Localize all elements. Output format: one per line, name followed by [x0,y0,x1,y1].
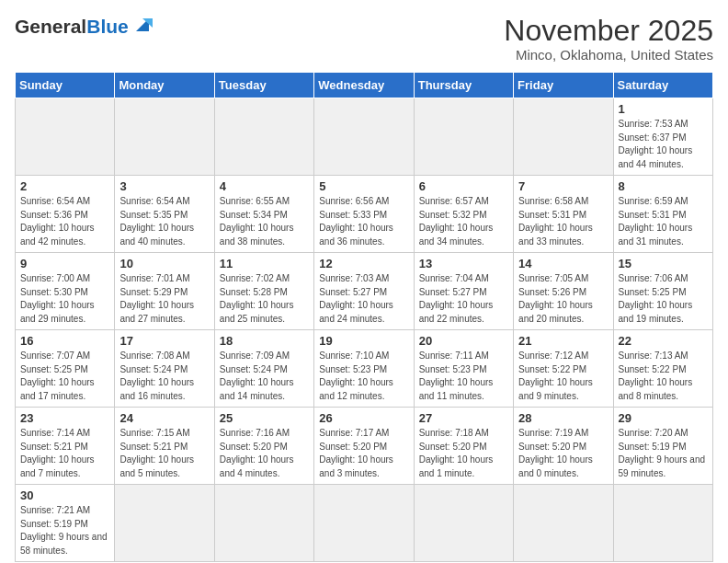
calendar-cell: 8Sunrise: 6:59 AMSunset: 5:31 PMDaylight… [613,176,712,253]
calendar-cell [514,98,613,176]
day-number: 29 [619,411,708,425]
week-row-5: 30Sunrise: 7:21 AMSunset: 5:19 PMDayligh… [16,485,713,562]
day-number: 9 [20,257,109,270]
calendar-cell: 2Sunrise: 6:54 AMSunset: 5:36 PMDaylight… [16,176,115,253]
calendar-cell: 25Sunrise: 7:16 AMSunset: 5:20 PMDayligh… [214,408,313,485]
calendar-cell: 6Sunrise: 6:57 AMSunset: 5:32 PMDaylight… [414,176,513,253]
day-number: 2 [20,179,109,193]
calendar-cell [115,485,214,562]
day-info: Sunrise: 7:02 AMSunset: 5:28 PMDaylight:… [220,272,309,326]
day-number: 24 [119,411,209,425]
calendar-header: Sunday Monday Tuesday Wednesday Thursday… [16,73,713,98]
day-number: 13 [419,257,508,270]
day-info: Sunrise: 7:09 AMSunset: 5:24 PMDaylight:… [220,350,309,403]
day-number: 26 [319,411,408,425]
calendar-cell: 21Sunrise: 7:12 AMSunset: 5:22 PMDayligh… [514,330,613,408]
calendar-cell: 16Sunrise: 7:07 AMSunset: 5:25 PMDayligh… [16,330,115,408]
header: General Blue November 2025 Minco, Oklaho… [15,15,713,63]
day-info: Sunrise: 7:00 AMSunset: 5:30 PMDaylight:… [20,272,109,326]
day-number: 16 [20,334,109,348]
day-info: Sunrise: 7:15 AMSunset: 5:21 PMDaylight:… [119,427,209,480]
day-info: Sunrise: 7:05 AMSunset: 5:26 PMDaylight:… [518,272,608,326]
week-row-2: 9Sunrise: 7:00 AMSunset: 5:30 PMDaylight… [16,253,713,330]
day-info: Sunrise: 6:58 AMSunset: 5:31 PMDaylight:… [518,195,608,248]
col-tuesday: Tuesday [214,73,313,98]
header-row: Sunday Monday Tuesday Wednesday Thursday… [16,73,713,98]
day-number: 22 [619,334,708,348]
day-number: 12 [319,257,408,270]
calendar-cell: 18Sunrise: 7:09 AMSunset: 5:24 PMDayligh… [214,330,313,408]
week-row-1: 2Sunrise: 6:54 AMSunset: 5:36 PMDaylight… [16,176,713,253]
calendar-table: Sunday Monday Tuesday Wednesday Thursday… [15,72,713,562]
day-info: Sunrise: 7:21 AMSunset: 5:19 PMDaylight:… [20,504,109,557]
col-monday: Monday [115,73,214,98]
day-info: Sunrise: 7:07 AMSunset: 5:25 PMDaylight:… [20,350,109,403]
calendar-cell [214,98,313,176]
day-info: Sunrise: 7:11 AMSunset: 5:23 PMDaylight:… [419,350,508,403]
day-number: 8 [619,179,708,193]
day-info: Sunrise: 6:54 AMSunset: 5:36 PMDaylight:… [20,195,109,248]
calendar-cell: 12Sunrise: 7:03 AMSunset: 5:27 PMDayligh… [314,253,414,330]
week-row-4: 23Sunrise: 7:14 AMSunset: 5:21 PMDayligh… [16,408,713,485]
calendar-cell: 11Sunrise: 7:02 AMSunset: 5:28 PMDayligh… [214,253,313,330]
day-number: 28 [518,411,608,425]
day-number: 17 [119,334,209,348]
day-number: 25 [220,411,309,425]
calendar-cell: 4Sunrise: 6:55 AMSunset: 5:34 PMDaylight… [214,176,313,253]
day-info: Sunrise: 7:18 AMSunset: 5:20 PMDaylight:… [419,427,508,480]
day-number: 21 [518,334,608,348]
day-info: Sunrise: 7:04 AMSunset: 5:27 PMDaylight:… [419,272,508,326]
day-info: Sunrise: 6:59 AMSunset: 5:31 PMDaylight:… [619,195,708,248]
calendar-cell: 22Sunrise: 7:13 AMSunset: 5:22 PMDayligh… [613,330,712,408]
day-info: Sunrise: 6:56 AMSunset: 5:33 PMDaylight:… [319,195,408,248]
calendar-cell [16,98,115,176]
calendar-cell: 20Sunrise: 7:11 AMSunset: 5:23 PMDayligh… [414,330,513,408]
calendar-cell: 19Sunrise: 7:10 AMSunset: 5:23 PMDayligh… [314,330,414,408]
calendar-subtitle: Minco, Oklahoma, United States [504,47,713,63]
calendar-cell [314,98,414,176]
calendar-body: 1Sunrise: 7:53 AMSunset: 6:37 PMDaylight… [16,98,713,562]
calendar-cell: 30Sunrise: 7:21 AMSunset: 5:19 PMDayligh… [16,485,115,562]
day-number: 14 [518,257,608,270]
col-thursday: Thursday [414,73,513,98]
day-info: Sunrise: 7:10 AMSunset: 5:23 PMDaylight:… [319,350,408,403]
day-number: 1 [619,102,708,116]
col-wednesday: Wednesday [314,73,414,98]
logo: General Blue [15,15,153,39]
day-info: Sunrise: 6:57 AMSunset: 5:32 PMDaylight:… [419,195,508,248]
calendar-cell: 28Sunrise: 7:19 AMSunset: 5:20 PMDayligh… [514,408,613,485]
day-info: Sunrise: 7:08 AMSunset: 5:24 PMDaylight:… [119,350,209,403]
day-number: 6 [419,179,508,193]
day-number: 11 [220,257,309,270]
calendar-cell: 7Sunrise: 6:58 AMSunset: 5:31 PMDaylight… [514,176,613,253]
day-info: Sunrise: 7:16 AMSunset: 5:20 PMDaylight:… [220,427,309,480]
calendar-cell: 17Sunrise: 7:08 AMSunset: 5:24 PMDayligh… [115,330,214,408]
day-number: 18 [220,334,309,348]
week-row-3: 16Sunrise: 7:07 AMSunset: 5:25 PMDayligh… [16,330,713,408]
calendar-cell: 3Sunrise: 6:54 AMSunset: 5:35 PMDaylight… [115,176,214,253]
day-info: Sunrise: 7:20 AMSunset: 5:19 PMDaylight:… [619,427,708,480]
calendar-cell: 29Sunrise: 7:20 AMSunset: 5:19 PMDayligh… [613,408,712,485]
day-number: 10 [119,257,209,270]
day-info: Sunrise: 6:54 AMSunset: 5:35 PMDaylight:… [119,195,209,248]
day-info: Sunrise: 7:17 AMSunset: 5:20 PMDaylight:… [319,427,408,480]
day-info: Sunrise: 7:19 AMSunset: 5:20 PMDaylight:… [518,427,608,480]
day-info: Sunrise: 7:12 AMSunset: 5:22 PMDaylight:… [518,350,608,403]
calendar-cell [514,485,613,562]
calendar-cell: 14Sunrise: 7:05 AMSunset: 5:26 PMDayligh… [514,253,613,330]
calendar-cell: 27Sunrise: 7:18 AMSunset: 5:20 PMDayligh… [414,408,513,485]
day-number: 4 [220,179,309,193]
logo-blue: Blue [86,16,129,38]
calendar-cell: 26Sunrise: 7:17 AMSunset: 5:20 PMDayligh… [314,408,414,485]
col-sunday: Sunday [16,73,115,98]
calendar-cell [314,485,414,562]
calendar-cell [414,98,513,176]
day-number: 27 [419,411,508,425]
week-row-0: 1Sunrise: 7:53 AMSunset: 6:37 PMDaylight… [16,98,713,176]
day-number: 7 [518,179,608,193]
calendar-cell: 23Sunrise: 7:14 AMSunset: 5:21 PMDayligh… [16,408,115,485]
calendar-cell: 1Sunrise: 7:53 AMSunset: 6:37 PMDaylight… [613,98,712,176]
day-number: 23 [20,411,109,425]
day-info: Sunrise: 7:06 AMSunset: 5:25 PMDaylight:… [619,272,708,326]
calendar-cell: 5Sunrise: 6:56 AMSunset: 5:33 PMDaylight… [314,176,414,253]
